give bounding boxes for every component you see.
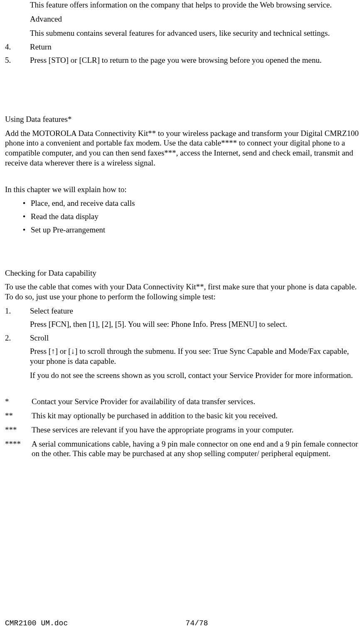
bullet-icon: •	[17, 212, 31, 222]
footer-page-number: 74/78	[34, 619, 359, 628]
bullet-item: • Read the data display	[17, 212, 359, 222]
heading-checking-data-capability: Checking for Data capability	[5, 268, 359, 278]
footnote: **** A serial communications cable, havi…	[5, 439, 359, 459]
step-number: 1.	[5, 306, 30, 316]
footnotes: * Contact your Service Provider for avai…	[5, 397, 359, 459]
paragraph-advanced-desc: This submenu contains several features f…	[30, 28, 359, 38]
bullet-text: Place, end, and receive data calls	[31, 198, 359, 208]
step-body: Press [FCN], then [1], [2], [5]. You wil…	[30, 319, 359, 329]
paragraph-chapter-lead: In this chapter we will explain how to:	[5, 185, 359, 195]
footnote-text: This kit may optionally be purchased in …	[32, 411, 359, 421]
step-title: Select feature	[30, 306, 359, 316]
bullet-item: • Place, end, and receive data calls	[17, 198, 359, 208]
spacer	[5, 238, 359, 268]
footnote: * Contact your Service Provider for avai…	[5, 397, 359, 407]
bullet-icon: •	[17, 198, 31, 208]
spacer	[5, 384, 359, 397]
paragraph-data-intro: Add the MOTOROLA Data Connectivity Kit**…	[5, 128, 359, 168]
bullet-list: • Place, end, and receive data calls • R…	[17, 198, 359, 235]
footnote-text: These services are relevant if you have …	[32, 425, 359, 435]
item-number: 5.	[5, 55, 30, 65]
spacer	[5, 172, 359, 185]
footer: CMR2100 UM.doc 74/78	[5, 619, 359, 628]
heading-advanced: Advanced	[30, 14, 359, 24]
item-title: Return	[30, 42, 359, 52]
footnote-mark: **	[5, 411, 32, 421]
footnote-mark: ***	[5, 425, 32, 435]
bullet-text: Read the data display	[31, 212, 359, 222]
paragraph-about-desc: This feature offers information on the c…	[30, 0, 359, 10]
step-title: Scroll	[30, 333, 359, 343]
footnote-text: A serial communications cable, having a …	[32, 439, 359, 459]
item-number: 4.	[5, 42, 30, 52]
spacer	[5, 69, 359, 114]
heading-using-data-features: Using Data features*	[5, 114, 359, 124]
paragraph-check-intro: To use the cable that comes with your Da…	[5, 282, 359, 302]
item-title: Press [STO] or [CLR] to return to the pa…	[30, 55, 359, 65]
bullet-item: • Set up Pre-arrangement	[17, 225, 359, 235]
footnote-mark: *	[5, 397, 32, 407]
bullet-icon: •	[17, 225, 31, 235]
step-extra: If you do not see the screens shown as y…	[30, 370, 359, 380]
footnote: *** These services are relevant if you h…	[5, 425, 359, 435]
footnote-mark: ****	[5, 439, 32, 459]
step-body: Press [↑] or [↓] to scroll through the s…	[30, 346, 359, 366]
footnote-text: Contact your Service Provider for availa…	[32, 397, 359, 407]
page: This feature offers information on the c…	[0, 0, 364, 632]
step-number: 2.	[5, 333, 30, 343]
bullet-text: Set up Pre-arrangement	[31, 225, 359, 235]
footnote: ** This kit may optionally be purchased …	[5, 411, 359, 421]
step-item-1: 1. Select feature	[5, 306, 359, 316]
numbered-item-5: 5. Press [STO] or [CLR] to return to the…	[5, 55, 359, 65]
step-item-2: 2. Scroll	[5, 333, 359, 343]
numbered-item-4: 4. Return	[5, 42, 359, 52]
